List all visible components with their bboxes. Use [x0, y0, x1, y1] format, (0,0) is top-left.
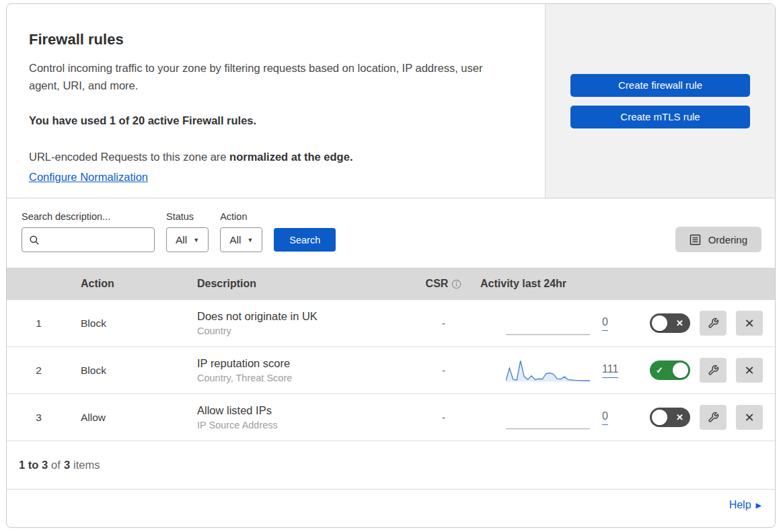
search-box	[22, 227, 155, 252]
rule-action: Block	[71, 365, 186, 377]
table-header: Action Description CSR Activity last 24h…	[7, 268, 775, 300]
rule-priority: 2	[7, 365, 71, 377]
status-select[interactable]: All ▼	[166, 227, 209, 252]
rule-controls: ✓ ✕ ✕	[644, 358, 775, 383]
usage-notice: You have used 1 of 20 active Firewall ru…	[29, 112, 518, 129]
rule-fields: IP Source Address	[197, 420, 412, 430]
edit-rule-button[interactable]	[700, 311, 727, 336]
delete-rule-button[interactable]: ✕	[736, 405, 763, 430]
arrow-right-icon: ▶	[756, 501, 761, 510]
page-description: Control incoming traffic to your zone by…	[29, 59, 510, 95]
table-row: 1 Block Does not originate in UK Country…	[7, 300, 775, 347]
rule-description-cell: IP reputation score Country, Threat Scor…	[186, 357, 412, 383]
activity-sparkline	[506, 358, 590, 383]
info-icon[interactable]	[451, 279, 461, 289]
configure-normalization-link[interactable]: Configure Normalization	[29, 171, 148, 183]
edit-rule-button[interactable]	[700, 358, 727, 383]
csr-label: CSR	[426, 278, 449, 289]
items-of: of	[51, 459, 61, 471]
intro-panel: Firewall rules Control incoming traffic …	[7, 4, 546, 198]
normalization-bold: normalized at the edge.	[229, 151, 352, 163]
close-icon: ✕	[744, 363, 754, 378]
rule-description-cell: Allow listed IPs IP Source Address	[186, 404, 412, 430]
ordering-button[interactable]: Ordering	[675, 227, 761, 252]
normalization-text: URL-encoded Requests to this zone are no…	[29, 148, 518, 165]
normalization-prefix: URL-encoded Requests to this zone are	[29, 151, 229, 163]
wrench-icon	[708, 365, 719, 376]
rule-priority: 1	[7, 317, 71, 330]
header-section: Firewall rules Control incoming traffic …	[7, 4, 775, 198]
rule-action: Allow	[71, 412, 186, 424]
toggle-knob	[652, 410, 667, 425]
rule-activity-cell: 0	[476, 406, 644, 430]
delete-rule-button[interactable]: ✕	[736, 311, 763, 336]
items-range: 1 to 3	[19, 459, 48, 471]
search-label: Search description...	[22, 211, 155, 222]
toggle-knob	[652, 315, 667, 331]
pagination-summary: 1 to 3 of 3 items	[7, 441, 775, 490]
rule-enabled-toggle[interactable]: ✓ ✕	[650, 408, 690, 427]
action-selected-value: All	[229, 234, 241, 246]
rule-csr: -	[412, 317, 476, 329]
chevron-down-icon: ▼	[193, 237, 199, 243]
search-input[interactable]	[44, 234, 147, 245]
search-group: Search description...	[22, 211, 155, 252]
column-header-csr: CSR	[412, 278, 476, 290]
activity-count-link[interactable]: 111	[602, 363, 618, 378]
search-icon	[29, 235, 40, 245]
rule-action: Block	[71, 317, 186, 330]
rule-activity-cell: 0	[476, 311, 644, 336]
ordering-button-label: Ordering	[708, 234, 747, 245]
activity-sparkline	[506, 406, 590, 430]
close-icon: ✕	[744, 410, 754, 425]
activity-sparkline	[506, 311, 590, 336]
rule-activity-cell: 111	[476, 358, 644, 383]
action-select[interactable]: All ▼	[220, 227, 262, 252]
rule-description-cell: Does not originate in UK Country	[186, 310, 412, 336]
create-mtls-rule-button[interactable]: Create mTLS rule	[570, 106, 750, 128]
search-button[interactable]: Search	[274, 228, 336, 252]
list-document-icon	[690, 234, 701, 245]
create-firewall-rule-button[interactable]: Create firewall rule	[570, 74, 750, 97]
firewall-rules-card: Firewall rules Control incoming traffic …	[6, 3, 776, 528]
toggle-x-icon: ✕	[676, 413, 683, 422]
table-row: 2 Block IP reputation score Country, Thr…	[7, 347, 775, 394]
chevron-down-icon: ▼	[247, 237, 253, 243]
toggle-check-icon: ✓	[656, 366, 663, 375]
help-bar: Help ▶	[7, 490, 775, 521]
close-icon: ✕	[744, 316, 754, 331]
help-link[interactable]: Help ▶	[729, 499, 761, 511]
rule-controls: ✓ ✕ ✕	[644, 311, 775, 336]
status-selected-value: All	[176, 234, 187, 246]
wrench-icon	[708, 317, 719, 329]
column-header-action: Action	[71, 278, 186, 290]
activity-count-link[interactable]: 0	[602, 316, 608, 331]
toggle-x-icon: ✕	[676, 319, 683, 328]
items-total: 3	[64, 459, 70, 471]
help-link-label: Help	[729, 499, 751, 511]
page-title: Firewall rules	[29, 31, 518, 48]
rule-description: Does not originate in UK	[197, 310, 412, 323]
items-label: items	[73, 459, 100, 471]
status-label: Status	[166, 211, 209, 222]
toggle-knob	[673, 363, 688, 378]
activity-count-link[interactable]: 0	[602, 410, 608, 425]
rule-csr: -	[412, 365, 476, 376]
column-header-activity: Activity last 24hr	[476, 278, 644, 290]
wrench-icon	[708, 412, 719, 423]
rule-controls: ✓ ✕ ✕	[644, 405, 775, 430]
rule-fields: Country, Threat Score	[197, 373, 412, 383]
rule-enabled-toggle[interactable]: ✓ ✕	[650, 313, 690, 333]
rule-description: IP reputation score	[197, 357, 412, 370]
rule-csr: -	[412, 412, 476, 423]
action-filter-group: Action All ▼	[220, 211, 262, 252]
firewall-rules-page: Firewall rules Control incoming traffic …	[0, 0, 781, 532]
rule-enabled-toggle[interactable]: ✓ ✕	[650, 360, 690, 380]
column-header-description: Description	[186, 278, 412, 290]
delete-rule-button[interactable]: ✕	[736, 358, 763, 383]
table-row: 3 Allow Allow listed IPs IP Source Addre…	[7, 394, 775, 441]
edit-rule-button[interactable]	[700, 405, 727, 430]
rule-fields: Country	[197, 326, 412, 336]
rule-priority: 3	[7, 412, 71, 424]
action-label: Action	[220, 211, 262, 222]
